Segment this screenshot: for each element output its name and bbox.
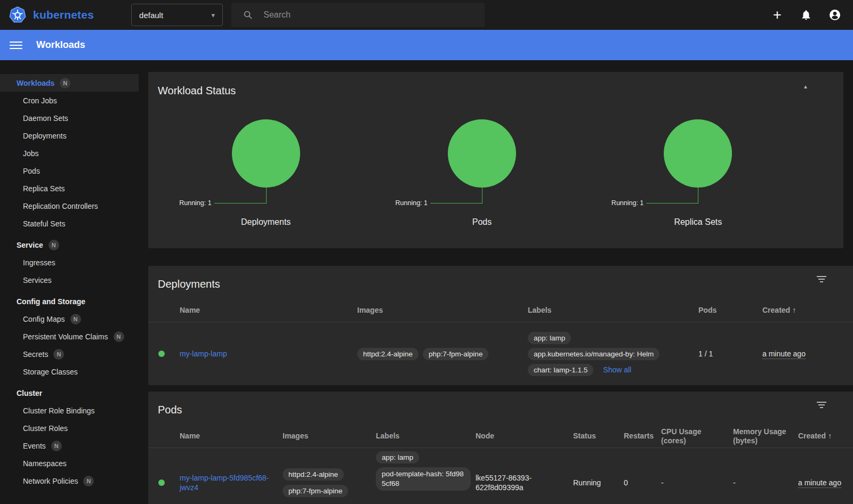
created-timestamp: a minute ago xyxy=(762,349,806,359)
sidebar-item-events[interactable]: Events N xyxy=(0,437,139,454)
image-chip: php:7-fpm-alpine xyxy=(283,485,348,497)
pie-slice-running[interactable] xyxy=(664,119,732,188)
column-header-labels[interactable]: Labels xyxy=(528,306,698,315)
sidebar-item-storage-classes[interactable]: Storage Classes xyxy=(0,363,139,380)
column-header-name[interactable]: Name xyxy=(180,306,357,315)
chevron-up-icon: ▲ xyxy=(803,84,808,90)
created-timestamp: a minute ago xyxy=(798,478,841,488)
memory-usage: - xyxy=(733,478,798,487)
workload-status-charts: Running: 1 Deployments Running: 1 Pods xyxy=(158,119,831,227)
leader-line xyxy=(430,203,482,204)
workload-status-title: Workload Status xyxy=(158,85,831,97)
sidebar-item-replica-sets[interactable]: Replica Sets xyxy=(0,180,139,197)
filter-icon[interactable] xyxy=(816,400,827,410)
main-content: Workload Status ▲ Running: 1 Deployments xyxy=(139,60,853,504)
account-circle-icon xyxy=(828,9,841,21)
sidebar-nav: Workloads N Cron Jobs Daemon Sets Deploy… xyxy=(0,60,139,504)
image-chip: php:7-fpm-alpine xyxy=(423,348,488,360)
header-actions: + xyxy=(771,9,841,21)
page-title: Workloads xyxy=(36,39,85,51)
column-header-images[interactable]: Images xyxy=(283,432,376,441)
sidebar-item-jobs[interactable]: Jobs xyxy=(0,144,139,162)
sidebar-item-replication-controllers[interactable]: Replication Controllers xyxy=(0,197,139,215)
sidebar-item-config-maps[interactable]: Config Maps N xyxy=(0,310,139,328)
restarts-count: 0 xyxy=(624,478,661,487)
column-header-pods[interactable]: Pods xyxy=(698,306,762,315)
sidebar-item-namespaces[interactable]: Namespaces xyxy=(0,454,139,472)
column-header-cpu[interactable]: CPU Usage (cores) xyxy=(661,427,733,445)
table-row[interactable]: my-lamp-lamp-5fd985cf68-jwvz4 httpd:2.4-… xyxy=(148,448,853,504)
namespaced-badge: N xyxy=(70,314,81,324)
pods-pie-chart: Running: 1 Pods xyxy=(374,119,590,227)
status-ok-icon xyxy=(158,479,165,486)
namespace-value: default xyxy=(139,11,163,20)
sidebar-item-network-policies[interactable]: Network Policies N xyxy=(0,472,139,490)
hamburger-icon xyxy=(10,42,22,43)
pod-name-link[interactable]: my-lamp-lamp-5fd985cf68-jwvz4 xyxy=(180,474,269,492)
namespaced-badge: N xyxy=(53,349,64,360)
collapse-card-button[interactable]: ▲ xyxy=(803,84,808,90)
chart-title: Pods xyxy=(374,217,590,227)
pie-annotation: Running: 1 xyxy=(179,199,211,207)
notifications-button[interactable] xyxy=(800,9,812,21)
leader-line xyxy=(698,188,698,204)
sidebar-item-pods[interactable]: Pods xyxy=(0,162,139,180)
brand-name: kubernetes xyxy=(33,9,94,21)
sort-ascending-icon: ↑ xyxy=(828,432,832,440)
cpu-usage: - xyxy=(661,478,733,487)
sidebar-item-service[interactable]: Service N xyxy=(0,236,139,254)
sidebar-item-services[interactable]: Services xyxy=(0,271,139,289)
table-row[interactable]: my-lamp-lamp httpd:2.4-alpine php:7-fpm-… xyxy=(148,322,853,385)
leader-line xyxy=(482,188,482,204)
filter-icon[interactable] xyxy=(816,274,827,284)
sidebar-item-cluster-role-bindings[interactable]: Cluster Role Bindings xyxy=(0,402,139,419)
sidebar-item-ingresses[interactable]: Ingresses xyxy=(0,254,139,271)
column-header-images[interactable]: Images xyxy=(357,306,528,315)
column-header-labels[interactable]: Labels xyxy=(376,432,476,441)
create-resource-button[interactable]: + xyxy=(771,9,784,21)
sidebar-item-stateful-sets[interactable]: Stateful Sets xyxy=(0,215,139,232)
status-ok-icon xyxy=(158,351,165,357)
label-chip: chart: lamp-1.1.5 xyxy=(528,364,593,376)
deployments-card: Deployments Name Images Labels Pods Crea… xyxy=(148,266,853,385)
sidebar-item-daemon-sets[interactable]: Daemon Sets xyxy=(0,109,139,127)
search-bar[interactable] xyxy=(231,3,485,27)
pie-slice-running[interactable] xyxy=(232,119,300,188)
sidebar-item-deployments[interactable]: Deployments xyxy=(0,127,139,144)
sort-ascending-icon: ↑ xyxy=(792,306,796,314)
leader-line xyxy=(646,203,698,204)
replica-sets-pie-chart: Running: 1 Replica Sets xyxy=(590,119,806,227)
kubernetes-logo[interactable]: kubernetes xyxy=(9,6,94,24)
pie-slice-running[interactable] xyxy=(448,119,516,188)
column-header-restarts[interactable]: Restarts xyxy=(624,432,661,441)
column-header-name[interactable]: Name xyxy=(180,432,283,441)
chart-title: Replica Sets xyxy=(590,217,806,227)
leader-line xyxy=(214,203,266,204)
label-chip: app: lamp xyxy=(376,451,419,464)
kubernetes-helm-icon xyxy=(9,6,27,24)
search-input[interactable] xyxy=(263,10,476,20)
deployments-pie-chart: Running: 1 Deployments xyxy=(158,119,374,227)
pods-table-header: Name Images Labels Node Status Restarts … xyxy=(148,425,853,448)
sidebar-item-cron-jobs[interactable]: Cron Jobs xyxy=(0,92,139,109)
show-all-labels-link[interactable]: Show all xyxy=(603,365,631,374)
column-header-created[interactable]: Created↑ xyxy=(798,432,853,441)
chevron-down-icon: ▾ xyxy=(212,11,215,19)
label-chip: app: lamp xyxy=(528,332,571,344)
sidebar-item-secrets[interactable]: Secrets N xyxy=(0,345,139,363)
sidebar-item-cluster-roles[interactable]: Cluster Roles xyxy=(0,419,139,437)
column-header-created[interactable]: Created↑ xyxy=(762,306,853,315)
label-chip: pod-template-hash: 5fd985cf68 xyxy=(376,467,471,491)
deployment-name-link[interactable]: my-lamp-lamp xyxy=(180,349,227,358)
namespace-selector[interactable]: default ▾ xyxy=(131,4,223,26)
column-header-memory[interactable]: Memory Usage (bytes) xyxy=(733,427,798,445)
deployments-table-header: Name Images Labels Pods Created↑ xyxy=(148,299,853,322)
column-header-node[interactable]: Node xyxy=(476,432,573,441)
sidebar-item-persistent-volume-claims[interactable]: Persistent Volume Claims N xyxy=(0,328,139,345)
namespaced-badge: N xyxy=(83,476,94,486)
menu-button[interactable] xyxy=(10,39,22,52)
account-button[interactable] xyxy=(828,9,841,21)
column-header-status[interactable]: Status xyxy=(573,432,624,441)
image-chip: httpd:2.4-alpine xyxy=(357,348,419,360)
sidebar-item-workloads[interactable]: Workloads N xyxy=(0,74,139,92)
